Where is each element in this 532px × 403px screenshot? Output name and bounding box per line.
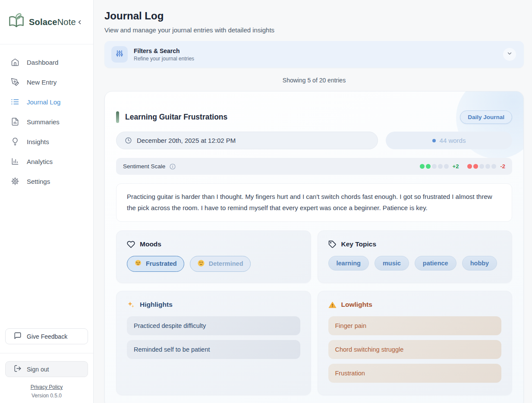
sliders-icon: [115, 49, 124, 60]
entry-datetime-text: December 20th, 2025 at 12:02 PM: [137, 137, 236, 144]
filters-title: Filters & Search: [134, 47, 194, 54]
sidebar-item-label: Journal Log: [27, 98, 60, 106]
moods-title: Moods: [140, 240, 161, 248]
sentiment-dot: [491, 164, 496, 169]
list-icon: [11, 98, 19, 106]
mood-chip-determined: Determined: [190, 256, 251, 272]
sentiment-dot: [438, 164, 443, 169]
moods-section: Moods Frustrated Determined: [116, 230, 311, 283]
entry-datetime: December 20th, 2025 at 12:02 PM: [116, 132, 378, 149]
filters-text: Filters & Search Refine your journal ent…: [134, 47, 194, 62]
sentiment-dot: [473, 164, 478, 169]
sentiment-dot: [426, 164, 431, 169]
sidebar-item-insights[interactable]: Insights: [0, 132, 93, 151]
chevron-left-icon: [76, 19, 83, 27]
filters-expand-button[interactable]: [503, 48, 516, 61]
sidebar-nav: Dashboard New Entry Journal Log Summarie…: [0, 44, 93, 191]
topic-chip: learning: [328, 256, 369, 271]
main-content: Journal Log View and manage your journal…: [94, 0, 532, 403]
sidebar-item-label: Analytics: [27, 158, 53, 165]
brand: SolaceNote: [7, 12, 76, 32]
lowlight-item: Finger pain: [328, 316, 502, 335]
entry-detail-grid: Moods Frustrated Determined: [116, 230, 512, 395]
brand-name: SolaceNote: [29, 17, 76, 27]
chevron-down-icon: [507, 50, 513, 58]
sentiment-scale-label: Sentiment Scale: [123, 163, 165, 170]
sidebar-item-label: Summaries: [27, 118, 60, 126]
mood-chip-label: Determined: [209, 260, 243, 267]
mood-chip-frustrated: Frustrated: [127, 256, 184, 272]
give-feedback-button[interactable]: Give Feedback: [5, 328, 88, 344]
brand-name-bold: Solace: [29, 17, 57, 27]
home-icon: [11, 58, 19, 66]
sidebar-item-label: Settings: [27, 178, 50, 185]
sidebar: SolaceNote Dashboard New Entry Journal L…: [0, 0, 94, 403]
info-icon[interactable]: [169, 163, 176, 170]
lowlights-title: Lowlights: [341, 301, 372, 309]
tag-icon: [328, 240, 337, 249]
sidebar-item-label: New Entry: [27, 79, 57, 86]
mood-chip-label: Frustrated: [146, 260, 177, 267]
sidebar-item-dashboard[interactable]: Dashboard: [0, 52, 93, 72]
sparkles-icon: [127, 301, 135, 309]
sentiment-dot: [467, 164, 472, 169]
entry-accent-bar: [116, 111, 119, 123]
entry-meta-row: December 20th, 2025 at 12:02 PM 44 words: [116, 132, 512, 149]
face-neutral-icon: [197, 259, 205, 268]
sentiment-dot: [485, 164, 490, 169]
journal-entry-card: Learning Guitar Frustrations Daily Journ…: [104, 91, 524, 403]
sidebar-item-summaries[interactable]: Summaries: [0, 112, 93, 132]
sentiment-negative-value: -2: [500, 163, 505, 170]
page-title: Journal Log: [104, 10, 524, 22]
solacenote-logo-icon: [7, 12, 26, 32]
gear-icon: [11, 177, 19, 186]
sidebar-bottom: Give Feedback Sign out Privacy Policy Ve…: [0, 328, 93, 403]
sentiment-positive-dots: [420, 164, 449, 169]
sidebar-item-journal-log[interactable]: Journal Log: [0, 92, 93, 112]
sidebar-item-analytics[interactable]: Analytics: [0, 151, 93, 171]
bar-chart-icon: [11, 157, 19, 166]
entry-header: Learning Guitar Frustrations Daily Journ…: [116, 110, 512, 124]
sidebar-collapse-button[interactable]: [76, 18, 84, 28]
highlights-title: Highlights: [140, 301, 173, 309]
highlights-section: Highlights Practiced despite difficulty …: [116, 291, 311, 395]
highlight-item: Practiced despite difficulty: [127, 316, 300, 335]
sign-out-label: Sign out: [27, 366, 49, 373]
version-text: Version 0.5.0: [5, 393, 88, 399]
entry-title: Learning Guitar Frustrations: [125, 113, 227, 122]
topic-chip: music: [375, 256, 409, 271]
sign-out-button[interactable]: Sign out: [5, 361, 88, 377]
lightbulb-icon: [11, 137, 19, 146]
chat-bubble-icon: [14, 332, 22, 341]
face-steam-icon: [134, 259, 142, 268]
lowlights-section: Lowlights Finger pain Chord switching st…: [318, 291, 513, 395]
highlight-item: Reminded self to be patient: [127, 340, 300, 359]
sidebar-item-label: Dashboard: [27, 59, 58, 66]
results-summary: Showing 5 of 20 entries: [104, 77, 524, 84]
entry-body-text: Practicing guitar is harder than I thoug…: [116, 183, 512, 222]
sentiment-dot: [479, 164, 484, 169]
entry-word-count: 44 words: [386, 132, 512, 149]
heart-icon: [127, 240, 135, 249]
topic-chip: hobby: [462, 256, 497, 271]
clock-icon: [125, 137, 132, 144]
logout-icon: [14, 365, 22, 374]
word-count-dot-icon: [432, 139, 436, 142]
sidebar-header: SolaceNote: [0, 0, 93, 44]
sidebar-item-label: Insights: [27, 138, 49, 145]
warning-icon: [328, 301, 337, 309]
document-icon: [11, 117, 19, 126]
key-topics-title: Key Topics: [341, 240, 377, 248]
sidebar-item-settings[interactable]: Settings: [0, 171, 93, 191]
sentiment-negative-dots: [467, 164, 496, 169]
lowlight-item: Frustration: [328, 364, 502, 383]
entry-type-badge: Daily Journal: [460, 110, 512, 124]
sentiment-dot: [432, 164, 437, 169]
lowlight-item: Chord switching struggle: [328, 340, 502, 359]
page-subtitle: View and manage your journal entries wit…: [104, 26, 524, 34]
filters-search-panel[interactable]: Filters & Search Refine your journal ent…: [104, 41, 524, 68]
privacy-policy-link[interactable]: Privacy Policy: [31, 384, 63, 390]
sidebar-item-new-entry[interactable]: New Entry: [0, 72, 93, 92]
sentiment-positive-value: +2: [453, 163, 459, 170]
sentiment-dot: [420, 164, 425, 169]
